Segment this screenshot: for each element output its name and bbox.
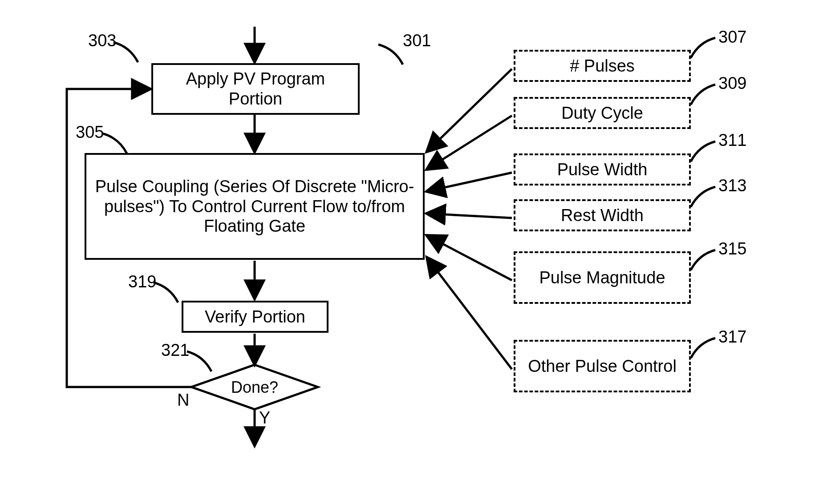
- ref-321: 321: [161, 342, 189, 359]
- ref-305: 305: [76, 124, 104, 141]
- ref-313: 313: [718, 177, 746, 194]
- svg-line-7: [427, 116, 512, 169]
- ref-311: 311: [718, 132, 746, 149]
- ref-301: 301: [403, 32, 431, 49]
- svg-line-9: [427, 214, 512, 218]
- svg-line-6: [427, 69, 512, 151]
- option-box-315: Pulse Magnitude: [514, 251, 691, 304]
- decision-no-label: N: [177, 391, 189, 408]
- option-box-309: Duty Cycle: [514, 97, 691, 129]
- option-box-317: Other Pulse Control: [514, 340, 691, 392]
- ref-303: 303: [88, 32, 116, 49]
- option-box-311: Pulse Width: [514, 153, 691, 185]
- option-box-313: Rest Width: [514, 199, 691, 231]
- svg-line-8: [427, 173, 512, 191]
- decision-done: Done?: [219, 378, 290, 397]
- ref-317: 317: [718, 328, 746, 345]
- process-box-303: Apply PV Program Portion: [151, 63, 360, 115]
- ref-307: 307: [718, 28, 746, 45]
- decision-yes-label: Y: [259, 409, 270, 426]
- ref-319: 319: [128, 273, 156, 290]
- process-box-319: Verify Portion: [182, 301, 328, 333]
- ref-315: 315: [718, 240, 746, 257]
- process-box-305: Pulse Coupling (Series Of Discrete "Micr…: [85, 153, 425, 260]
- option-box-307: # Pulses: [514, 50, 691, 82]
- ref-309: 309: [718, 75, 746, 92]
